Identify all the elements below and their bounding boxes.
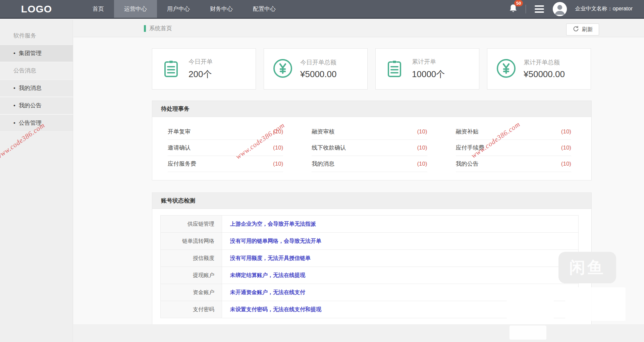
stat-card-today-orders: 今日开单 200个 [152, 48, 256, 90]
refresh-button-label: 刷新 [582, 26, 593, 33]
notifications-button[interactable]: 50 [509, 3, 518, 15]
main-content: 系统首页 刷新 [73, 20, 644, 342]
pending-item-count: (10) [561, 161, 571, 167]
user-icon [553, 2, 567, 16]
status-row-supply-chain: 供应链管理 上游企业为空，会导致开单无法指派 [161, 216, 579, 233]
card-value: 10000个 [412, 68, 445, 80]
pending-item-count: (10) [417, 145, 427, 151]
watermark-block [565, 287, 626, 321]
card-label: 累计开单 [412, 58, 445, 66]
pending-item-count: (10) [417, 128, 427, 135]
clipboard-icon [161, 58, 181, 80]
pending-item-my-messages[interactable]: 我的消息 (10) [312, 156, 427, 172]
status-row-message[interactable]: 没有可用额度，无法开具授信链单 [222, 250, 579, 267]
notification-badge: 50 [514, 0, 523, 6]
nav-item-finance-center[interactable]: 财务中心 [200, 0, 243, 18]
card-label: 累计开单总额 [524, 58, 565, 66]
main-menu: 首页 运营中心 用户中心 财务中心 配置中心 [83, 0, 286, 18]
status-row-label: 提现账户 [161, 267, 222, 284]
pending-item-invite-confirm[interactable]: 邀请确认 (10) [168, 140, 283, 156]
nav-item-operations-center[interactable]: 运营中心 [114, 0, 157, 18]
footer-strip [73, 324, 644, 342]
app-window: LOGO 首页 运营中心 用户中心 财务中心 配置中心 50 [0, 0, 644, 342]
card-value: 200个 [189, 68, 213, 80]
card-label: 今日开单 [189, 58, 213, 66]
pending-item-payable-service-fee[interactable]: 应付服务费 (10) [168, 156, 283, 172]
status-row-label: 链单流转网络 [161, 233, 222, 250]
status-row-chain-network: 链单流转网络 没有可用的链单网络，会导致无法开单 [161, 233, 579, 250]
bell-icon [509, 9, 518, 14]
pending-item-offline-payment-confirm[interactable]: 线下收款确认 (10) [312, 140, 427, 156]
sidebar: 软件服务 集团管理 公告消息 我的消息 我的公告 公告管理 [0, 20, 73, 342]
stat-card-total-amount: 累计开单总额 ¥50000.00 [487, 48, 591, 90]
pending-item-label: 我的公告 [456, 160, 479, 168]
refresh-icon [573, 25, 579, 34]
watermark-block [509, 326, 546, 340]
page-title: 系统首页 [149, 24, 172, 32]
card-value: ¥5000.00 [300, 69, 336, 79]
status-row-label: 支付密码 [161, 301, 222, 318]
stat-card-today-amount: 今日开单总额 ¥5000.00 [264, 48, 368, 90]
card-value: ¥50000.00 [524, 69, 565, 79]
avatar[interactable] [553, 2, 567, 16]
status-row-message[interactable]: 上游企业为空，会导致开单无法指派 [222, 216, 579, 233]
pending-item-financing-audit[interactable]: 融资审核 (10) [312, 124, 427, 140]
panel-title: 账号状态检测 [152, 193, 591, 209]
pending-item-label: 开单复审 [168, 128, 191, 135]
pending-item-label: 我的消息 [312, 160, 334, 168]
user-label[interactable]: 企业中文名称：operator [575, 5, 633, 12]
sidebar-item-my-announcements[interactable]: 我的公告 [0, 97, 73, 114]
pending-item-count: (10) [561, 128, 571, 135]
status-row-label: 授信额度 [161, 250, 222, 267]
top-navbar: LOGO 首页 运营中心 用户中心 财务中心 配置中心 50 [0, 0, 644, 19]
yen-circle-icon [273, 58, 293, 80]
refresh-button[interactable]: 刷新 [566, 23, 599, 36]
pending-item-label: 线下收款确认 [312, 144, 346, 152]
card-label: 今日开单总额 [300, 58, 336, 66]
status-row-message[interactable]: 没有可用的链单网络，会导致无法开单 [222, 233, 579, 250]
pending-item-label: 应付服务费 [168, 160, 196, 168]
stat-card-total-orders: 累计开单 10000个 [375, 48, 479, 90]
pending-item-count: (10) [273, 161, 283, 167]
panel-title: 待处理事务 [152, 101, 591, 117]
pending-tasks-grid: 开单复审 (10) 融资审核 (10) 融资补贴 (10) 邀请确认 (10) … [152, 117, 591, 180]
sidebar-item-my-messages[interactable]: 我的消息 [0, 79, 73, 97]
navbar-right-group: 50 企业中文名称：operator [509, 2, 644, 16]
status-row-credit-limit: 授信额度 没有可用额度，无法开具授信链单 [161, 250, 579, 267]
page-topbar: 系统首页 刷新 [73, 20, 644, 37]
status-row-label: 资金账户 [161, 284, 222, 301]
pending-item-count: (10) [273, 145, 283, 151]
pending-item-label: 融资补贴 [456, 128, 479, 135]
status-row-withdraw-account: 提现账户 未绑定结算账户，无法在线提现 [161, 267, 579, 284]
status-row-message[interactable]: 未绑定结算账户，无法在线提现 [222, 267, 579, 284]
nav-item-home[interactable]: 首页 [83, 0, 114, 18]
pending-item-label: 邀请确认 [168, 144, 191, 152]
watermark-block [507, 288, 554, 320]
yen-circle-icon [496, 58, 516, 80]
hamburger-menu-icon[interactable] [534, 4, 545, 14]
navbar-divider [526, 5, 526, 13]
sidebar-group-software-service: 软件服务 [0, 27, 73, 45]
stat-cards-row: 今日开单 200个 今日开单总额 ¥5000.00 [152, 48, 644, 90]
pending-item-count: (10) [417, 161, 427, 167]
pending-item-count: (10) [561, 145, 571, 151]
pending-tasks-panel: 待处理事务 开单复审 (10) 融资审核 (10) 融资补贴 (10) 邀请确认… [152, 101, 592, 180]
sidebar-group-announcement-message: 公告消息 [0, 62, 73, 79]
sidebar-item-group-management[interactable]: 集团管理 [0, 45, 73, 62]
status-row-label: 供应链管理 [161, 216, 222, 233]
nav-item-config-center[interactable]: 配置中心 [243, 0, 286, 18]
clipboard-icon [384, 58, 405, 80]
pending-item-label: 融资审核 [312, 128, 334, 135]
breadcrumb: 系统首页 [144, 24, 172, 32]
xianyu-watermark-logo: 闲鱼 [558, 252, 616, 283]
breadcrumb-accent-bar [144, 25, 146, 32]
nav-item-user-center[interactable]: 用户中心 [157, 0, 200, 18]
app-logo: LOGO [0, 3, 73, 15]
